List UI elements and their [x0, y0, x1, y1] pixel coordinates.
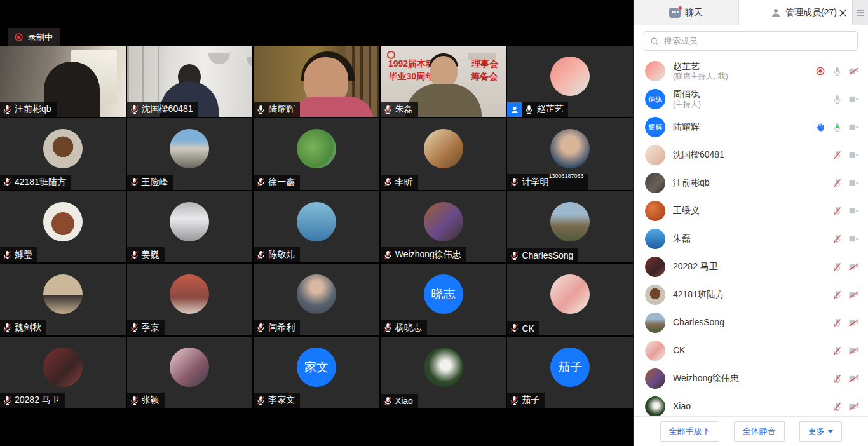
video-tile[interactable]: CK: [507, 264, 633, 335]
camera-on-icon[interactable]: [849, 235, 859, 243]
camera-off-icon[interactable]: [849, 291, 859, 299]
mic-muted-icon[interactable]: [832, 179, 842, 188]
meeting-window: 录制中 汪前彬qb 沈国樑60481 陆耀辉 1992届本科理事会 毕业30周年…: [0, 0, 868, 446]
mic-muted-icon[interactable]: [832, 318, 842, 328]
video-tile[interactable]: 1992届本科理事会 毕业30周年筹备会 机械与动 朱磊: [381, 46, 506, 117]
slide-text: 1992届本科: [388, 58, 435, 70]
mic-muted-icon[interactable]: [832, 402, 842, 412]
video-tile[interactable]: 沈国樑60481: [127, 46, 253, 117]
video-tile[interactable]: 王险峰: [127, 118, 253, 189]
avatar: [550, 274, 590, 314]
camera-off-icon[interactable]: [849, 319, 859, 327]
participant-name: 赵芷艺: [536, 104, 563, 115]
camera-on-icon[interactable]: [849, 151, 859, 159]
member-row[interactable]: 耀辉陆耀辉: [634, 113, 868, 141]
more-options-icon[interactable]: ···: [819, 10, 831, 16]
mic-muted-icon[interactable]: [832, 290, 842, 300]
mic-muted-icon: [3, 396, 12, 405]
search-icon: [650, 37, 659, 46]
video-tile[interactable]: 徐一鑫: [254, 118, 379, 189]
panel-footer: 全部手放下 全体静音 更多: [634, 416, 868, 446]
video-tile[interactable]: 42181班陆方: [0, 118, 126, 189]
video-tile[interactable]: 汪前彬qb: [0, 46, 126, 117]
mic-muted-icon: [383, 105, 393, 114]
member-row[interactable]: Weizhong徐伟忠: [634, 365, 868, 393]
mute-all-button[interactable]: 全体静音: [734, 421, 785, 442]
video-tile[interactable]: Xiao: [381, 337, 506, 408]
participant-name: 陈敬炜: [268, 249, 295, 260]
search-box[interactable]: [644, 31, 858, 51]
video-tile[interactable]: 赵芷艺: [507, 46, 633, 117]
camera-off-icon[interactable]: [849, 347, 859, 355]
video-tile[interactable]: 陆耀辉: [254, 46, 379, 117]
video-tile[interactable]: 魏剑秋: [0, 264, 126, 335]
video-tile[interactable]: 茄子 茄子: [507, 337, 633, 408]
camera-on-icon[interactable]: [849, 207, 859, 215]
participant-name: 沈国樑60481: [142, 104, 193, 115]
member-name: 朱磊: [673, 233, 691, 245]
close-panel-icon[interactable]: [839, 9, 847, 17]
tab-manage-members[interactable]: 管理成员(27) ···: [739, 0, 852, 25]
member-row[interactable]: 沈国樑60481: [634, 141, 868, 169]
video-tile[interactable]: Weizhong徐伟忠: [381, 191, 506, 262]
member-row[interactable]: 王绥义: [634, 197, 868, 225]
avatar: [297, 129, 336, 168]
member-row[interactable]: 42181班陆方: [634, 281, 868, 309]
video-tile[interactable]: 家文 李家文: [254, 337, 379, 408]
member-row[interactable]: 朱磊: [634, 225, 868, 253]
video-tile[interactable]: 季京: [127, 264, 253, 335]
mic-muted-icon[interactable]: [832, 262, 842, 272]
avatar: [170, 274, 209, 314]
member-row[interactable]: 赵芷艺(联席主持人, 我): [634, 57, 868, 85]
camera-off-icon[interactable]: [849, 263, 859, 271]
camera-off-icon[interactable]: [849, 375, 859, 382]
tile-name-bar: 茄子: [507, 393, 545, 408]
mic-muted-icon: [130, 250, 139, 260]
tab-chat[interactable]: 聊天: [634, 0, 739, 25]
camera-off-icon[interactable]: [849, 67, 859, 75]
camera-on-icon[interactable]: [849, 179, 859, 187]
video-tile[interactable]: 姜巍: [127, 191, 253, 262]
video-tile[interactable]: 陈敬炜: [254, 191, 379, 262]
video-tile[interactable]: 闫希利: [254, 264, 379, 335]
member-row[interactable]: Xiao: [634, 393, 868, 416]
video-tile[interactable]: 张颖: [127, 337, 253, 408]
avatar: [645, 201, 665, 221]
camera-on-icon[interactable]: [849, 123, 859, 131]
recording-dot-icon: [14, 32, 24, 42]
mic-muted-icon[interactable]: [832, 234, 842, 244]
video-tile[interactable]: 20282 马卫: [0, 337, 126, 408]
participant-tile-grid: 汪前彬qb 沈国樑60481 陆耀辉 1992届本科理事会 毕业30周年筹备会 …: [0, 46, 633, 408]
member-row[interactable]: 汪前彬qb: [634, 169, 868, 197]
camera-on-icon[interactable]: [849, 95, 859, 103]
mic-speaking-icon[interactable]: [832, 123, 842, 132]
member-row[interactable]: 俏纨周俏纨(主持人): [634, 85, 868, 113]
mic-on-icon: [524, 105, 534, 114]
video-tile[interactable]: 晓志 杨晓志: [381, 264, 506, 335]
member-row[interactable]: CK: [634, 337, 868, 365]
search-members-input[interactable]: [663, 36, 851, 46]
lower-all-hands-button[interactable]: 全部手放下: [660, 421, 719, 442]
mic-muted-icon[interactable]: [832, 206, 842, 216]
mic-muted-icon[interactable]: [832, 374, 842, 384]
video-tile[interactable]: CharlesSong: [507, 191, 633, 262]
avatar-initials: 晓志: [424, 274, 463, 314]
video-grid-area: 录制中 汪前彬qb 沈国樑60481 陆耀辉 1992届本科理事会 毕业30周年…: [0, 0, 633, 446]
mic-on-icon[interactable]: [832, 95, 842, 104]
avatar: [424, 129, 463, 168]
video-tile[interactable]: 计学明13003187063: [507, 118, 633, 189]
camera-off-icon[interactable]: [849, 403, 859, 410]
member-row[interactable]: CharlesSong: [634, 309, 868, 337]
member-row[interactable]: 20282 马卫: [634, 253, 868, 281]
tile-name-bar: 徐一鑫: [254, 175, 300, 190]
more-button[interactable]: 更多: [799, 421, 842, 442]
mic-on-icon[interactable]: [832, 67, 842, 76]
avatar: [645, 61, 665, 81]
video-tile[interactable]: 嫭璺: [0, 191, 126, 262]
mic-muted-icon[interactable]: [832, 346, 842, 356]
panel-menu-toggle[interactable]: [852, 0, 868, 25]
mic-muted-icon: [383, 250, 393, 260]
video-tile[interactable]: 李昕: [381, 118, 506, 189]
participant-name: 朱磊: [395, 104, 413, 115]
mic-muted-icon[interactable]: [832, 151, 842, 160]
